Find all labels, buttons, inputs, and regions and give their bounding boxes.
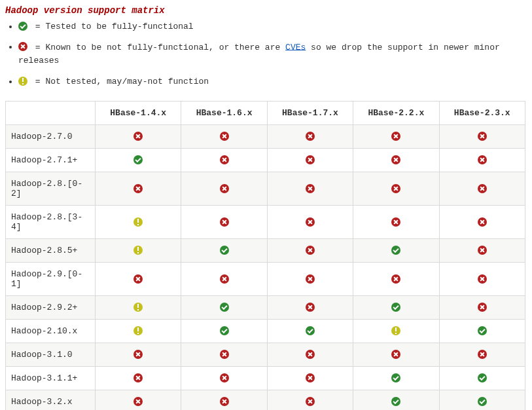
- matrix-cell: [267, 390, 353, 410]
- matrix-cell: [439, 172, 525, 205]
- x-circle-icon: [220, 132, 229, 141]
- column-header: HBase-1.7.x: [267, 101, 353, 124]
- table-row: Hadoop-2.8.[3-4]: [6, 205, 525, 238]
- x-circle-icon: [133, 132, 143, 141]
- matrix-cell: [96, 262, 181, 295]
- check-circle-icon: [391, 303, 400, 312]
- legend-item: = Known to be not fully-functional, or t…: [18, 41, 527, 68]
- x-circle-icon: [133, 184, 143, 193]
- matrix-cell: [96, 390, 181, 410]
- matrix-cell: [181, 262, 267, 295]
- x-circle-icon: [306, 155, 315, 164]
- row-label: Hadoop-3.1.1+: [6, 366, 96, 390]
- x-circle-icon: [478, 274, 487, 284]
- exclamation-circle-icon: [133, 217, 143, 227]
- x-circle-icon: [220, 397, 229, 406]
- x-circle-icon: [306, 246, 315, 255]
- x-circle-icon: [391, 350, 400, 359]
- matrix-cell: [96, 295, 181, 319]
- x-circle-icon: [133, 350, 143, 359]
- matrix-cell: [181, 238, 267, 262]
- x-circle-icon: [306, 397, 315, 406]
- legend-text: = Known to be not fully-functional, or t…: [30, 42, 285, 52]
- x-circle-icon: [306, 373, 315, 382]
- x-circle-icon: [306, 303, 315, 312]
- matrix-cell: [439, 319, 525, 343]
- matrix-cell: [353, 390, 439, 410]
- matrix-cell: [181, 205, 267, 238]
- matrix-cell: [267, 319, 353, 343]
- matrix-cell: [181, 319, 267, 343]
- x-circle-icon: [391, 155, 400, 164]
- table-row: Hadoop-2.7.0: [6, 124, 525, 148]
- support-matrix-table: HBase-1.4.xHBase-1.6.xHBase-1.7.xHBase-2…: [5, 101, 525, 410]
- x-circle-icon: [133, 274, 143, 284]
- matrix-cell: [267, 238, 353, 262]
- table-row: Hadoop-2.9.[0-1]: [6, 262, 525, 295]
- matrix-cell: [353, 295, 439, 319]
- check-circle-icon: [391, 397, 400, 406]
- x-circle-icon: [478, 184, 487, 193]
- matrix-cell: [439, 148, 525, 172]
- x-circle-icon: [478, 132, 487, 141]
- x-circle-icon: [220, 184, 229, 193]
- table-corner: [6, 101, 96, 124]
- matrix-cell: [353, 148, 439, 172]
- x-circle-icon: [220, 155, 229, 164]
- matrix-cell: [353, 343, 439, 366]
- exclamation-circle-icon: [133, 303, 143, 312]
- matrix-cell: [181, 343, 267, 366]
- matrix-cell: [96, 205, 181, 238]
- check-circle-icon: [133, 155, 143, 164]
- matrix-cell: [181, 172, 267, 205]
- x-circle-icon: [478, 246, 487, 255]
- x-circle-icon: [478, 350, 487, 359]
- x-circle-icon: [391, 217, 400, 227]
- cve-link[interactable]: CVEs: [285, 42, 306, 52]
- x-circle-icon: [306, 132, 315, 141]
- matrix-cell: [96, 124, 181, 148]
- matrix-cell: [439, 366, 525, 390]
- matrix-cell: [267, 366, 353, 390]
- matrix-cell: [96, 148, 181, 172]
- x-circle-icon: [306, 217, 315, 227]
- row-label: Hadoop-2.8.[3-4]: [6, 205, 96, 238]
- matrix-cell: [181, 366, 267, 390]
- row-label: Hadoop-3.1.0: [6, 343, 96, 366]
- table-row: Hadoop-3.2.x: [6, 390, 525, 410]
- matrix-cell: [353, 205, 439, 238]
- x-circle-icon: [220, 373, 229, 382]
- matrix-cell: [96, 343, 181, 366]
- matrix-cell: [181, 148, 267, 172]
- x-circle-icon: [478, 217, 487, 227]
- x-circle-icon: [306, 184, 315, 193]
- matrix-cell: [439, 390, 525, 410]
- row-label: Hadoop-2.7.0: [6, 124, 96, 148]
- x-circle-icon: [478, 155, 487, 164]
- table-row: Hadoop-2.8.5+: [6, 238, 525, 262]
- check-circle-icon: [391, 373, 400, 382]
- exclamation-circle-icon: [391, 326, 400, 335]
- legend-text: = Tested to be fully-functional: [30, 22, 194, 31]
- legend-item: = Not tested, may/may-not function: [18, 75, 527, 89]
- matrix-cell: [439, 295, 525, 319]
- matrix-cell: [439, 238, 525, 262]
- matrix-cell: [267, 148, 353, 172]
- exclamation-circle-icon: [133, 326, 143, 335]
- x-circle-icon: [133, 397, 143, 406]
- x-circle-icon: [133, 373, 143, 382]
- column-header: HBase-1.4.x: [96, 101, 181, 124]
- row-label: Hadoop-2.8.5+: [6, 238, 96, 262]
- row-label: Hadoop-2.7.1+: [6, 148, 96, 172]
- row-label: Hadoop-2.9.2+: [6, 295, 96, 319]
- table-row: Hadoop-2.9.2+: [6, 295, 525, 319]
- check-circle-icon: [478, 326, 487, 335]
- matrix-cell: [353, 124, 439, 148]
- matrix-cell: [267, 124, 353, 148]
- x-circle-icon: [306, 350, 315, 359]
- table-row: Hadoop-2.10.x: [6, 319, 525, 343]
- table-row: Hadoop-2.8.[0-2]: [6, 172, 525, 205]
- check-circle-icon: [220, 326, 229, 335]
- matrix-cell: [267, 172, 353, 205]
- matrix-cell: [267, 205, 353, 238]
